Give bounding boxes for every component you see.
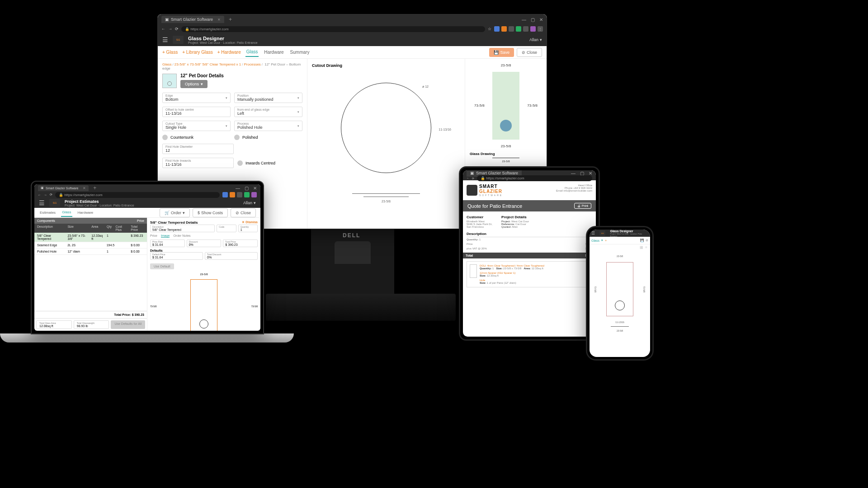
extension-icon[interactable] [523,26,528,32]
cutout-type-select[interactable]: Cutout TypeSingle Hole [162,121,231,131]
minimize-icon[interactable]: — [571,171,576,176]
grid-icon[interactable]: ▦ [640,245,643,249]
user-menu[interactable]: Allan▾ [529,38,542,42]
forward-icon[interactable]: → [168,27,172,31]
extension-icon[interactable] [509,26,514,32]
hamburger-icon[interactable]: ☰ [162,36,168,43]
new-tab-button[interactable]: + [227,16,234,23]
quantity-input[interactable]: Quantity1 [238,225,258,232]
minimize-icon[interactable]: — [522,17,526,22]
subtab-notes[interactable]: Order Notes [173,234,190,238]
table-row[interactable]: Polished Hole12" diam1$ 0.00 [34,249,147,255]
discount-input[interactable]: Discount0% [187,239,222,247]
url-input[interactable]: 🔒 https://smartglazier.com [181,26,485,32]
chevron-down-icon[interactable]: ▾ [601,239,603,242]
save-icon[interactable]: 💾 [640,239,644,242]
add-library-glass-button[interactable]: + Library Glass [182,50,213,55]
hamburger-icon[interactable]: ☰ [591,231,595,235]
save-button[interactable]: 💾 Save [489,48,514,57]
tab-hardware[interactable]: Hardware [77,209,94,216]
avatar-icon[interactable] [251,192,257,197]
close-button[interactable]: ⊘ Close [231,208,256,217]
subtab-image[interactable]: Image [161,234,170,238]
table-row[interactable]: Seamed Edge2L 2S194.5$ 0.00 [34,242,147,249]
back-icon[interactable]: ← [467,177,469,179]
use-default-button[interactable]: Use Default [150,263,174,269]
user-menu[interactable]: Allan ▾ [243,201,256,205]
extension-icon[interactable] [494,26,500,32]
polished-radio[interactable] [234,135,240,140]
maximize-icon[interactable]: ▢ [580,171,584,176]
tab-hardware[interactable]: Hardware [263,48,284,56]
extension-icon[interactable] [516,26,521,32]
price-rate[interactable]: Price Rate$ 31.64 [150,239,185,247]
extension-icon[interactable] [501,26,507,32]
options-button[interactable]: Options ▾ [180,80,208,88]
browser-tab[interactable]: ▣ Smart Glazier Software✕ [38,185,89,191]
table-row[interactable]: 5/8" Clear Tempered23-5/8" x 73-3/8"12.3… [34,233,147,242]
add-glass-button[interactable]: + Glass [162,50,178,55]
dismiss-button[interactable]: ✕ Dismiss [242,221,258,225]
maximize-icon[interactable]: ▢ [531,17,535,22]
position-select[interactable]: PositionManually positioned [234,93,302,103]
back-icon[interactable]: ← [38,193,41,197]
list-icon[interactable]: ≡ [645,245,647,249]
close-tab-icon[interactable]: ✕ [217,18,221,22]
extension-icon[interactable] [222,192,228,197]
offset-input[interactable]: Offset to hole centre11-13/16 [162,107,231,117]
app-subtitle: Project: West Cat Door · Location: Patio… [188,41,258,44]
extension-icon[interactable] [237,192,242,197]
avatar-icon[interactable] [530,26,536,32]
forward-icon[interactable]: → [44,193,47,197]
from-edge-select[interactable]: from end of glass edgeLeft [234,107,302,117]
url-bar: ←→⟳ 🔒 https://smartglazier.com [34,192,260,198]
browser-tab[interactable]: ▣Smart Glazier Software✕ [161,16,224,23]
url-input[interactable]: 🔒 https://smartglazier.com [55,192,220,198]
diameter-input[interactable]: First Hole Diameter12 [162,144,234,154]
close-window-icon[interactable]: ✕ [539,17,543,22]
tab-glass[interactable]: Glass [591,239,599,242]
show-costs-button[interactable]: $ Show Costs [193,208,228,217]
inwards-centred-radio[interactable] [237,160,243,166]
star-icon[interactable]: ☆ [488,27,491,31]
use-defaults-all-button[interactable]: Use Defaults for All [111,320,145,329]
glass-drawing-title: Glass Drawing [470,152,542,156]
print-button[interactable]: 🖨 Print [574,203,591,209]
close-icon[interactable]: ⊘ [646,239,648,242]
close-window-icon[interactable]: ✕ [589,171,592,176]
dimension-label: 73-5/8 [527,103,538,108]
new-tab-button[interactable]: + [91,185,98,191]
maximize-icon[interactable]: ▢ [245,186,249,191]
app-logo: SG [173,36,184,44]
reload-icon[interactable]: ⟳ [175,27,179,31]
reload-icon[interactable]: ⟳ [472,177,474,180]
breadcrumb[interactable]: Glass/23-5/8" x 73-5/8" 5/8" Clear Tempe… [162,62,302,70]
dimension-label: 23-5/8 [312,200,460,203]
inwards-input[interactable]: First Hole Inwards11-13/16 [162,158,234,168]
edge-select[interactable]: EdgeBottom [162,93,231,103]
countersunk-radio[interactable] [162,135,168,140]
tab-estimates[interactable]: Estimates [39,209,57,216]
add-hardware-button[interactable]: + Hardware [217,50,241,55]
extension-icon[interactable] [244,192,250,197]
close-button[interactable]: ⊘ Close [517,48,542,57]
order-button[interactable]: 🛒 Order ▾ [160,208,190,217]
total-area: Total Glass Area12.08sq ft [36,320,72,329]
extension-icon[interactable] [230,192,235,197]
code-input[interactable]: Code [217,225,236,232]
url-input[interactable]: 🔒 https://smartglazier.com [477,175,592,181]
reload-icon[interactable]: ⟳ [50,193,52,197]
hamburger-icon[interactable]: ☰ [39,199,45,206]
back-icon[interactable]: ← [161,27,165,31]
process-select[interactable]: ProcessPolished Hole [234,121,302,131]
add-button[interactable]: + [605,239,607,242]
tab-glass[interactable]: Glass [61,208,72,217]
tab-glass[interactable]: Glass [245,47,259,57]
tab-summary[interactable]: Summary [289,48,311,56]
menu-icon[interactable]: ⋮ [538,26,543,32]
subtab-price[interactable]: Price [150,234,157,238]
close-window-icon[interactable]: ✕ [253,186,257,191]
minimize-icon[interactable]: — [236,186,240,191]
app-header: ☰ SG Glass Designer Project: West Cat Do… [158,33,547,46]
description-input[interactable]: Description5/8" Clear Tempered [150,225,215,232]
